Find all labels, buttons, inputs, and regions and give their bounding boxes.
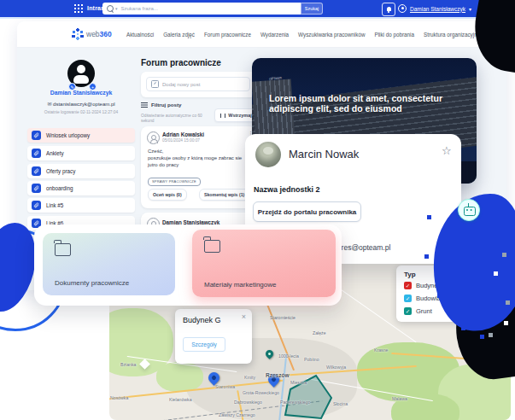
decoration-pixel [494,271,498,276]
sidebar-item-oferty-pracy[interactable]: Oferty pracy [27,164,135,178]
post-tag-badge[interactable]: SPRAWY PRACOWNICZE [148,171,201,186]
map-label: Kmity [244,375,255,380]
filter-label: Filtruj posty [151,102,181,108]
sidebar-user-email[interactable]: ✉ dstanislawczyk@opteam.pl [27,101,135,107]
folder-label: Dokumenty pracownicze [55,279,129,287]
decoration-pixel [437,294,442,298]
map-label: 1000-lecia [278,353,299,359]
sidebar-item-wniosek-urlopowy[interactable]: Wniosek urlopowy [27,128,135,143]
sidebar-item-link5[interactable]: Link #5 [27,198,135,213]
decoration-pixel [502,253,506,257]
sidebar-item-label: Oferty pracy [46,168,75,174]
logo-360-text: 360 [100,30,112,38]
paperclip-icon [32,149,41,158]
legend-item-grunt: ✓ Grunt [404,307,432,315]
map-label: Dąbrowskiego [234,400,262,405]
employee-unit: Nazwa jednostki 2 [254,185,320,194]
map-label: Paderewskiego [280,400,310,405]
map-label: Staroniwa [215,384,235,389]
map-label: Kielanówka [169,397,192,402]
comment-post-button[interactable]: Skomentuj wpis (1) [199,189,249,201]
favorite-star-icon[interactable]: ☆ [442,144,452,157]
compose-post-card: Dodaj nowy post [141,72,256,97]
nav-item-pliki[interactable]: Pliki do pobrania [374,32,414,38]
decoration-pixel [480,335,484,339]
decoration-pixel [504,321,508,325]
notifications-button[interactable] [382,3,395,16]
map-label: Staromieście [270,315,296,320]
user-menu-chevron-icon[interactable]: ▾ [469,6,471,12]
map-label: Słocina [333,401,348,406]
decoration-pixel [427,215,431,219]
search-button[interactable]: Szukaj [301,3,323,15]
hero-headline: Lorem ipsum dolor sit amet, consectetur … [269,94,467,114]
sidebar-item-ankiety[interactable]: Ankiety [27,146,135,160]
robot-head [464,207,476,216]
folder-icon [204,240,220,253]
tag-label: SPRAWY PRACOWNICZE [148,178,201,186]
search-input[interactable]: ▾ Szukana fraza... [102,3,301,15]
logo-web-text: web [86,30,100,38]
map-label: Nosówka [110,395,128,400]
nav-item-wyszukiwarka[interactable]: Wyszukiwarka pracowników [298,32,365,38]
page: Intranet pracowniczy ▾ Szukana fraza... … [0,0,515,420]
map-parcel-polygon[interactable] [280,374,335,420]
filter-icon [141,102,148,108]
compose-icon [151,80,159,88]
post-author-avatar [147,131,160,144]
grid-dots-logo-icon [73,3,84,14]
rate-post-button[interactable]: Oceń wpis (0) [148,189,187,201]
details-button[interactable]: Szczegóły [183,337,225,352]
folder-dokumenty-pracownicze[interactable]: Dokumenty pracownicze [43,233,175,295]
popup-title: Budynek G [183,316,221,324]
sidebar-item-label: Wniosek urlopowy [46,132,90,138]
nav-item-wydarzenia[interactable]: Wydarzenia [260,32,289,38]
checkbox-grunt[interactable]: ✓ [404,307,412,315]
topbar-user-menu[interactable]: Damian Stanisławczyk [410,6,465,12]
close-icon[interactable]: × [242,312,246,321]
web360-logo[interactable]: web360 [86,30,112,38]
sidebar-item-label: Ankiety [46,150,64,156]
nav-item-galeria[interactable]: Galeria zdjęć [163,32,195,38]
bell-icon [386,7,392,13]
employee-email: adres@opteam.pl [333,243,390,252]
post-author[interactable]: Adrian Kowalski [162,131,204,137]
paperclip-icon [32,166,41,176]
chatbot-robot-icon[interactable] [458,199,480,221]
search-scope-chevron-icon[interactable]: ▾ [115,6,118,11]
nav-item-aktualnosci[interactable]: Aktualności [126,32,154,38]
new-post-placeholder: Dodaj nowy post [162,82,200,87]
decoration-pixel [489,333,493,337]
main-navigation: Aktualności Galeria zdjęć Forum pracowni… [126,21,494,47]
pause-label: Wstrzymaj [228,113,252,118]
folder-materialy-marketingowe[interactable]: Materiały marketingowe [192,230,336,297]
email-text: dstanislawczyk@opteam.pl [53,102,114,107]
plus-icon: + [91,85,94,90]
checkbox-budowla[interactable]: ✓ [404,295,412,302]
filter-posts-button[interactable]: Filtruj posty [141,102,181,108]
folder-icon [55,243,71,256]
post-timestamp: 05/01/2024 15:00:07 [162,138,200,143]
legend-item-budowla: ✓ Budowla [404,295,441,302]
sidebar-item-onboarding[interactable]: onboarding [27,181,135,195]
employee-portal-button[interactable]: Przejdź do portalu pracownika [253,201,361,222]
search-icon [107,5,114,12]
search-placeholder: Szukana fraza... [121,6,158,11]
post-greeting: Cześć, [148,149,163,155]
autorefresh-text: Odświeżanie automatyczne co 60 sekund [141,114,214,124]
sidebar-user-name[interactable]: Damian Stanisławczyk [27,90,135,96]
web360-logo-icon [72,28,84,40]
pause-icon [220,114,225,118]
decoration-pixel [506,300,510,305]
map-label: Załęże [313,330,326,335]
map-label: Malawa [392,396,407,401]
employee-name: Marcin Nowak [289,148,359,160]
envelope-icon: ✉ [47,102,51,107]
checkbox-budynek[interactable]: ✓ [404,282,412,289]
folders-panel: Dokumenty pracownicze Materiały marketin… [34,225,342,306]
new-post-input[interactable]: Dodaj nowy post [146,77,250,91]
nav-item-struktura[interactable]: Struktura organizacyjna [424,32,480,38]
nav-item-forum[interactable]: Forum pracownicze [204,32,251,38]
map-label: Bzianka [120,362,136,367]
forum-title: Forum pracownicze [141,58,221,67]
